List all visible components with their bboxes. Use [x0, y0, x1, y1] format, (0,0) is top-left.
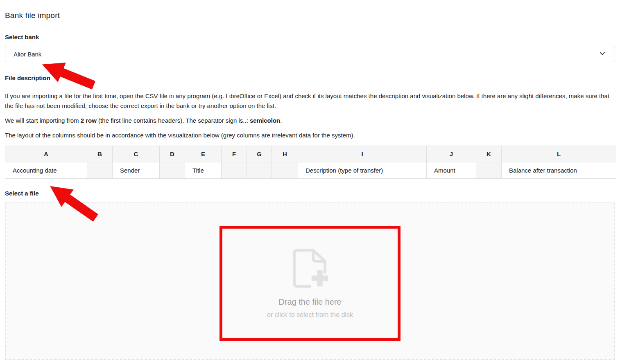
start-row-value: 2 row: [81, 117, 97, 124]
import-start-info: We will start importing from 2 row (the …: [5, 116, 615, 126]
column-letter-header: A: [5, 146, 87, 162]
irrelevant-column-cell: [87, 162, 113, 179]
irrelevant-column-cell: [222, 162, 247, 179]
column-letter-header: F: [222, 146, 247, 162]
import-info-prefix: We will start importing from: [5, 117, 81, 124]
columns-table: ABCDEFGHIJKLAccounting dateSenderTitleDe…: [5, 146, 616, 179]
irrelevant-column-cell: [476, 162, 502, 179]
column-letter-header: E: [185, 146, 222, 162]
column-field-cell: Title: [185, 162, 222, 179]
dropzone-secondary-text: or click to select from the disk: [267, 311, 353, 319]
dropzone-primary-text: Drag the file here: [278, 297, 341, 307]
column-field-cell: Balance after transaction: [502, 162, 616, 179]
column-letter-header: C: [113, 146, 160, 162]
column-letter-header: G: [247, 146, 272, 162]
import-info-middle: (the first line contains headers). The s…: [97, 117, 250, 124]
chevron-down-icon: [599, 50, 606, 58]
column-letter-header: H: [272, 146, 298, 162]
bank-select[interactable]: Alior Bank: [5, 46, 615, 62]
column-field-cell: Accounting date: [5, 162, 87, 179]
column-field-cell: Amount: [427, 162, 476, 179]
column-letter-header: D: [160, 146, 185, 162]
page-title: Bank file import: [5, 11, 615, 20]
select-bank-label: Select bank: [5, 34, 615, 40]
file-dropzone[interactable]: Drag the file here or click to select fr…: [5, 202, 615, 360]
import-info-suffix: .: [280, 117, 282, 124]
file-description-intro: If you are importing a file for the firs…: [5, 91, 615, 111]
bank-select-value: Alior Bank: [14, 51, 41, 58]
column-letter-header: J: [427, 146, 476, 162]
column-field-cell: Sender: [113, 162, 160, 179]
file-description-label: File description: [5, 75, 615, 81]
column-letter-header: K: [476, 146, 502, 162]
irrelevant-column-cell: [160, 162, 185, 179]
column-letter-header: I: [298, 146, 427, 162]
file-plus-icon: [291, 249, 329, 290]
separator-value: semicolon: [250, 117, 280, 124]
column-letter-header: B: [87, 146, 113, 162]
select-a-file-label: Select a file: [5, 190, 615, 196]
column-field-cell: Description (type of transfer): [298, 162, 427, 179]
column-letter-header: L: [502, 146, 616, 162]
annotation-highlight-box: Drag the file here or click to select fr…: [219, 226, 401, 341]
bank-file-import-page: Bank file import Select bank Alior Bank …: [0, 11, 620, 360]
layout-note: The layout of the columns should be in a…: [5, 130, 615, 140]
irrelevant-column-cell: [272, 162, 298, 179]
irrelevant-column-cell: [247, 162, 272, 179]
